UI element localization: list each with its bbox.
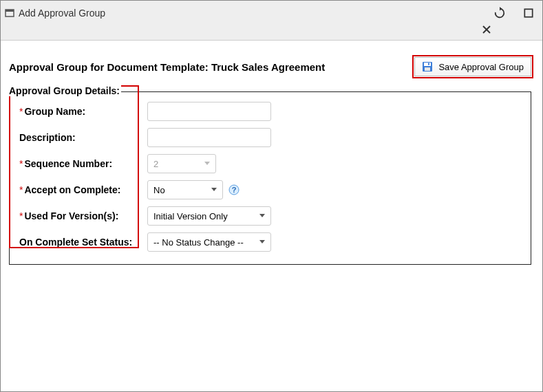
used-for-value: Initial Version Only (153, 211, 228, 221)
svg-rect-6 (424, 63, 431, 66)
svg-rect-2 (524, 9, 532, 17)
save-icon (422, 61, 433, 72)
row-accept: *Accept on Complete: No ? (19, 180, 520, 199)
row-description: Description: (19, 128, 520, 147)
page-title: Approval Group for Document Template: Tr… (9, 61, 414, 73)
save-approval-group-button[interactable]: Save Approval Group (414, 57, 531, 76)
chevron-down-icon (259, 214, 265, 218)
help-icon[interactable]: ? (228, 184, 239, 195)
approval-group-details-fieldset: Approval Group Details: *Group Name: Des… (9, 91, 531, 265)
save-button-label: Save Approval Group (438, 62, 524, 72)
label-used-for: *Used For Version(s): (19, 210, 147, 221)
svg-rect-7 (425, 67, 430, 71)
chevron-down-icon (211, 188, 217, 192)
accept-select[interactable]: No (147, 180, 223, 199)
page-title-docname: Truck Sales Agreement (211, 61, 325, 73)
label-accept: *Accept on Complete: (19, 184, 147, 195)
on-complete-select[interactable]: -- No Status Change -- (147, 232, 271, 252)
row-group-name: *Group Name: (19, 102, 520, 121)
titlebar: Add Approval Group (1, 1, 542, 41)
sequence-value: 2 (153, 159, 158, 169)
content-area: Approval Group for Document Template: Tr… (1, 41, 542, 391)
chevron-down-icon (259, 240, 265, 244)
accept-value: No (153, 185, 165, 195)
close-button[interactable] (480, 23, 493, 36)
svg-rect-8 (428, 63, 429, 65)
required-marker: * (19, 210, 23, 221)
label-on-complete: On Complete Set Status: (19, 237, 147, 248)
page-title-prefix: Approval Group for Document Template: (9, 61, 211, 73)
on-complete-value: -- No Status Change -- (153, 237, 244, 248)
row-sequence: *Sequence Number: 2 (19, 154, 520, 173)
maximize-button[interactable] (522, 6, 535, 20)
fieldset-legend: Approval Group Details: (9, 85, 121, 96)
page-header: Approval Group for Document Template: Tr… (9, 57, 531, 76)
window-title: Add Approval Group (19, 8, 105, 19)
sequence-select[interactable]: 2 (147, 154, 216, 173)
required-marker: * (19, 158, 23, 169)
svg-rect-1 (6, 10, 14, 12)
required-marker: * (19, 106, 23, 117)
row-used-for: *Used For Version(s): Initial Version On… (19, 206, 520, 226)
chevron-down-icon (204, 162, 210, 166)
description-input[interactable] (147, 128, 271, 147)
row-on-complete: On Complete Set Status: -- No Status Cha… (19, 232, 520, 252)
used-for-select[interactable]: Initial Version Only (147, 206, 271, 226)
label-group-name: *Group Name: (19, 106, 147, 117)
label-description: Description: (19, 132, 147, 143)
label-sequence: *Sequence Number: (19, 158, 147, 169)
window-icon (5, 8, 14, 18)
required-marker: * (19, 184, 23, 195)
dialog-window: Add Approval Group (0, 0, 543, 392)
refresh-button[interactable] (493, 6, 507, 20)
group-name-input[interactable] (147, 102, 271, 121)
svg-text:?: ? (232, 186, 237, 194)
